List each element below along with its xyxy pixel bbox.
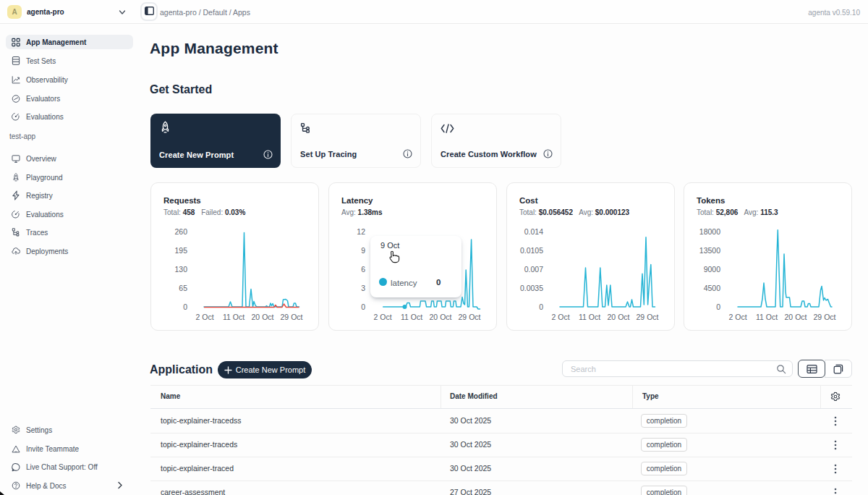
svg-text:11 Oct: 11 Oct — [223, 313, 244, 321]
svg-text:Tokens: Tokens — [697, 196, 725, 205]
svg-text:20 Oct: 20 Oct — [430, 313, 452, 321]
svg-text:11 Oct: 11 Oct — [401, 313, 422, 321]
svg-text:Total: $0.056452 Avg: $0.00012: Total: $0.056452 Avg: $0.000123 — [519, 208, 630, 216]
svg-text:Total: 52,806 Avg: 115.3: Total: 52,806 Avg: 115.3 — [697, 208, 778, 216]
svg-text:0.0035: 0.0035 — [520, 284, 543, 292]
svg-text:260: 260 — [174, 227, 187, 236]
svg-text:0: 0 — [539, 302, 543, 311]
svg-text:Total: 458 Failed: 0.03%: Total: 458 Failed: 0.03% — [163, 208, 245, 216]
svg-text:130: 130 — [174, 265, 187, 274]
svg-text:0: 0 — [183, 302, 187, 311]
svg-text:11 Oct: 11 Oct — [756, 313, 778, 321]
svg-text:29 Oct: 29 Oct — [281, 313, 303, 321]
svg-text:11 Oct: 11 Oct — [579, 313, 600, 321]
svg-text:9000: 9000 — [704, 265, 721, 274]
svg-text:29 Oct: 29 Oct — [814, 313, 836, 321]
svg-text:0.0105: 0.0105 — [520, 246, 543, 255]
svg-text:0: 0 — [361, 302, 365, 311]
svg-text:2 Oct: 2 Oct — [728, 313, 746, 321]
svg-text:18000: 18000 — [699, 227, 720, 236]
svg-text:2 Oct: 2 Oct — [373, 313, 391, 321]
svg-text:20 Oct: 20 Oct — [252, 313, 274, 321]
svg-text:20 Oct: 20 Oct — [785, 313, 807, 321]
svg-text:6: 6 — [361, 265, 365, 274]
svg-text:2 Oct: 2 Oct — [195, 313, 213, 321]
svg-text:65: 65 — [179, 284, 187, 292]
svg-text:Requests: Requests — [163, 196, 201, 205]
svg-text:0.007: 0.007 — [524, 265, 543, 274]
svg-text:Cost: Cost — [519, 196, 538, 205]
svg-text:0.014: 0.014 — [524, 227, 543, 236]
svg-text:3: 3 — [361, 284, 365, 292]
svg-text:29 Oct: 29 Oct — [637, 313, 659, 321]
svg-text:29 Oct: 29 Oct — [459, 313, 481, 321]
svg-text:Latency: Latency — [341, 196, 373, 205]
svg-text:12: 12 — [357, 227, 365, 236]
svg-text:2 Oct: 2 Oct — [551, 313, 569, 321]
svg-text:Avg: 1.38ms: Avg: 1.38ms — [341, 208, 383, 216]
svg-text:4500: 4500 — [704, 284, 721, 292]
svg-text:0: 0 — [716, 302, 720, 311]
svg-text:9: 9 — [361, 246, 365, 255]
svg-text:13500: 13500 — [699, 246, 720, 255]
svg-text:195: 195 — [174, 246, 187, 255]
svg-text:20 Oct: 20 Oct — [608, 313, 630, 321]
